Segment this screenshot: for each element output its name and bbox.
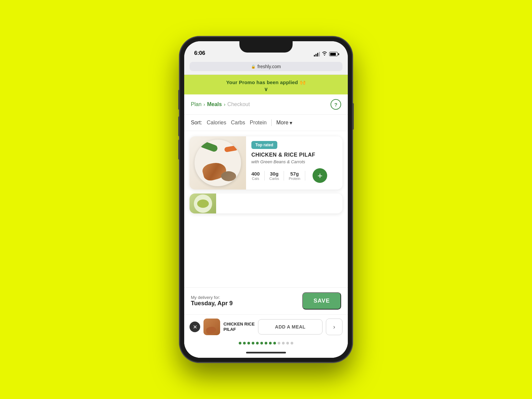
partial-meal-image <box>190 194 216 213</box>
meal-subtitle: with Green Beans & Carrots <box>251 159 338 165</box>
sort-option-carbs[interactable]: Carbs <box>231 120 245 126</box>
cart-item-thumbnail <box>203 319 220 335</box>
sort-more-button[interactable]: More ▾ <box>276 120 292 126</box>
sort-option-protein[interactable]: Protein <box>250 120 267 126</box>
dot-9 <box>273 342 276 344</box>
delivery-bar: My delivery for: Tuesday, Apr 9 SAVE <box>184 287 348 314</box>
phone-notch <box>239 41 293 53</box>
screen-content: 6:06 <box>184 41 348 358</box>
sort-more-label: More <box>276 120 288 126</box>
greenbeans-food <box>199 140 218 153</box>
cart-bar: ✕ CHICKEN RICEPILAF ADD A MEAL › <box>184 314 348 339</box>
home-bar <box>246 352 286 353</box>
sort-divider <box>271 119 272 126</box>
save-button[interactable]: SAVE <box>302 292 341 310</box>
protein-value: 57g <box>290 171 299 177</box>
breadcrumb-sep-1: › <box>203 102 205 107</box>
status-time: 6:06 <box>194 50 205 57</box>
breadcrumb-meals[interactable]: Meals <box>207 101 222 107</box>
cart-item-name: CHICKEN RICEPILAF <box>223 322 255 332</box>
protein-label: Protein <box>289 177 300 181</box>
app-content: Your Promo has been applied 🙌 ∨ Plan › M… <box>184 75 348 358</box>
dot-12 <box>286 342 289 344</box>
meal-list: Top rated CHICKEN & RICE PILAF with Gree… <box>184 131 348 287</box>
dot-10 <box>278 342 280 344</box>
dot-2 <box>243 342 246 344</box>
plate <box>195 140 241 186</box>
add-a-meal-button[interactable]: ADD A MEAL <box>258 319 323 334</box>
breadcrumb-sep-2: › <box>224 102 225 107</box>
dot-3 <box>247 342 250 344</box>
delivery-label: My delivery for: <box>191 295 233 300</box>
delivery-info: My delivery for: Tuesday, Apr 9 <box>191 295 233 307</box>
food-plate <box>190 136 246 190</box>
phone-device: 6:06 <box>180 37 352 362</box>
dot-6 <box>260 342 263 344</box>
home-indicator <box>184 348 348 358</box>
stat-calories: 400 Cals <box>251 171 265 181</box>
rice-food <box>221 171 236 181</box>
dot-13 <box>291 342 293 344</box>
dot-1 <box>239 342 241 344</box>
meal-stats: 400 Cals 30g Carbs 57g P <box>251 168 338 183</box>
calories-label: Cals <box>252 177 259 181</box>
breadcrumb-plan[interactable]: Plan <box>191 101 201 107</box>
battery-icon <box>329 52 338 56</box>
meal-card[interactable]: Top rated CHICKEN & RICE PILAF with Gree… <box>190 136 342 190</box>
dot-4 <box>252 342 254 344</box>
promo-text: Your Promo has been applied 🙌 <box>190 79 342 85</box>
promo-chevron-icon: ∨ <box>190 86 342 92</box>
promo-banner[interactable]: Your Promo has been applied 🙌 ∨ <box>184 75 348 94</box>
sort-label: Sort: <box>191 120 202 126</box>
top-rated-badge: Top rated <box>251 141 277 149</box>
dot-5 <box>256 342 259 344</box>
breadcrumb-nav: Plan › Meals › Checkout <box>191 101 250 107</box>
carrots-food <box>224 145 238 153</box>
url-bar[interactable]: 🔒 freshly.com <box>190 62 342 71</box>
add-meal-button[interactable]: + <box>313 168 327 183</box>
cart-close-button[interactable]: ✕ <box>190 322 200 332</box>
lock-icon: 🔒 <box>251 65 256 69</box>
dot-11 <box>282 342 285 344</box>
sort-bar: Sort: Calories Carbs Protein More ▾ <box>184 115 348 131</box>
sort-option-calories[interactable]: Calories <box>207 120 226 126</box>
breadcrumb: Plan › Meals › Checkout ? <box>184 94 348 115</box>
dots-indicator <box>184 339 348 348</box>
sort-more-chevron-icon: ▾ <box>290 120 292 126</box>
stat-carbs: 30g Carbs <box>269 171 284 181</box>
carbs-value: 30g <box>270 171 279 177</box>
help-button[interactable]: ? <box>331 99 341 110</box>
cart-arrow-button[interactable]: › <box>326 319 342 335</box>
phone-screen: 6:06 <box>184 41 348 358</box>
url-text: freshly.com <box>257 64 281 69</box>
meal-card-partial[interactable] <box>190 194 342 213</box>
status-icons <box>314 52 338 57</box>
breadcrumb-checkout[interactable]: Checkout <box>227 101 250 107</box>
delivery-date: Tuesday, Apr 9 <box>191 300 233 307</box>
dot-8 <box>269 342 272 344</box>
calories-value: 400 <box>251 171 260 177</box>
signal-icon <box>314 52 320 57</box>
carbs-label: Carbs <box>269 177 279 181</box>
stat-protein: 57g Protein <box>289 171 305 181</box>
browser-bar: 🔒 freshly.com <box>184 59 348 75</box>
wifi-icon <box>322 52 327 57</box>
meal-name: CHICKEN & RICE PILAF <box>251 152 338 158</box>
meal-info: Top rated CHICKEN & RICE PILAF with Gree… <box>246 136 342 190</box>
dot-7 <box>265 342 267 344</box>
phone-frame: 6:06 <box>180 37 352 362</box>
cart-item-info: CHICKEN RICEPILAF <box>223 322 255 332</box>
meal-image <box>190 136 246 190</box>
